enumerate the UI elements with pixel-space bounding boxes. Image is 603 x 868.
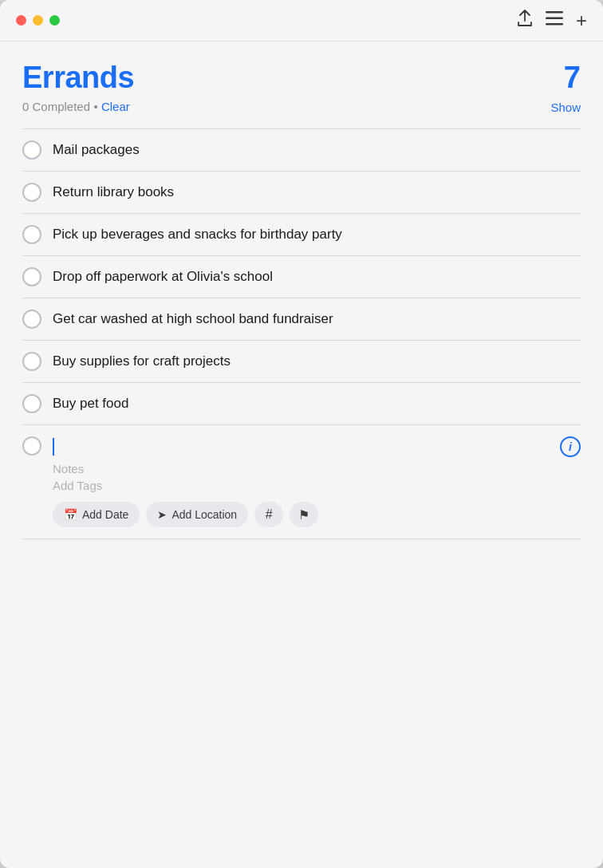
add-icon[interactable]: + — [576, 10, 587, 32]
list-count: 7 — [564, 61, 581, 95]
task-text-1: Mail packages — [53, 141, 140, 159]
titlebar: + — [0, 0, 603, 41]
add-date-button[interactable]: 📅 Add Date — [53, 502, 140, 527]
add-date-label: Add Date — [82, 508, 128, 521]
task-text-4: Drop off paperwork at Olivia's school — [53, 268, 273, 286]
list-item: Drop off paperwork at Olivia's school — [22, 256, 581, 298]
task-checkbox-7[interactable] — [22, 394, 41, 413]
list-item: Buy supplies for craft projects — [22, 341, 581, 383]
titlebar-actions: + — [517, 10, 587, 32]
dot-separator: • — [94, 100, 101, 113]
list-item: Return library books — [22, 172, 581, 214]
traffic-lights — [16, 15, 60, 26]
add-location-button[interactable]: ➤ Add Location — [146, 502, 248, 527]
show-button[interactable]: Show — [550, 101, 581, 114]
task-text-3: Pick up beverages and snacks for birthda… — [53, 226, 342, 243]
completed-row: 0 Completed • Clear Show — [22, 100, 581, 114]
new-task-item: i Notes Add Tags 📅 Add Date ➤ Add Locati… — [22, 425, 581, 539]
list-title: Errands — [22, 61, 134, 95]
task-checkbox-2[interactable] — [22, 183, 41, 202]
task-text-2: Return library books — [53, 183, 174, 201]
info-icon[interactable]: i — [560, 436, 581, 457]
new-task-body: i Notes Add Tags 📅 Add Date ➤ Add Locati… — [53, 436, 581, 539]
completed-label: 0 Completed — [22, 100, 90, 113]
hashtag-icon: # — [266, 507, 273, 522]
flag-icon: ⚑ — [298, 507, 309, 523]
content-area: Errands 7 0 Completed • Clear Show Mail … — [0, 41, 603, 868]
app-window: + Errands 7 0 Completed • Clear Show Mai… — [0, 0, 603, 868]
new-task-input-row: i — [53, 436, 581, 457]
maximize-button[interactable] — [49, 15, 60, 26]
calendar-icon: 📅 — [64, 508, 77, 521]
task-checkbox-3[interactable] — [22, 225, 41, 244]
task-text-6: Buy supplies for craft projects — [53, 353, 231, 370]
task-actions: 📅 Add Date ➤ Add Location # ⚑ — [53, 502, 581, 527]
list-icon[interactable] — [546, 11, 563, 30]
task-text-7: Buy pet food — [53, 395, 128, 412]
svg-rect-0 — [546, 11, 563, 14]
tags-placeholder[interactable]: Add Tags — [53, 479, 581, 492]
svg-rect-1 — [546, 18, 563, 20]
clear-button[interactable]: Clear — [101, 100, 130, 113]
notes-placeholder[interactable]: Notes — [53, 462, 581, 475]
list-item: Get car washed at high school band fundr… — [22, 298, 581, 341]
share-icon[interactable] — [517, 10, 533, 31]
minimize-button[interactable] — [33, 15, 43, 26]
close-button[interactable] — [16, 15, 26, 26]
task-checkbox-6[interactable] — [22, 352, 41, 371]
header-row: Errands 7 — [22, 61, 581, 95]
task-checkbox-5[interactable] — [22, 310, 41, 329]
location-icon: ➤ — [157, 508, 167, 521]
list-item: Pick up beverages and snacks for birthda… — [22, 214, 581, 256]
add-location-label: Add Location — [171, 508, 237, 521]
text-cursor[interactable] — [53, 438, 54, 456]
completed-info: 0 Completed • Clear — [22, 100, 130, 114]
list-item: Mail packages — [22, 128, 581, 172]
svg-rect-2 — [546, 23, 563, 26]
task-list: Mail packages Return library books Pick … — [22, 128, 581, 425]
task-checkbox-4[interactable] — [22, 267, 41, 286]
flag-button[interactable]: ⚑ — [290, 502, 318, 527]
task-text-5: Get car washed at high school band fundr… — [53, 310, 333, 328]
list-item: Buy pet food — [22, 383, 581, 425]
task-checkbox-1[interactable] — [22, 140, 41, 160]
hashtag-button[interactable]: # — [254, 502, 283, 527]
new-task-checkbox[interactable] — [22, 436, 41, 456]
